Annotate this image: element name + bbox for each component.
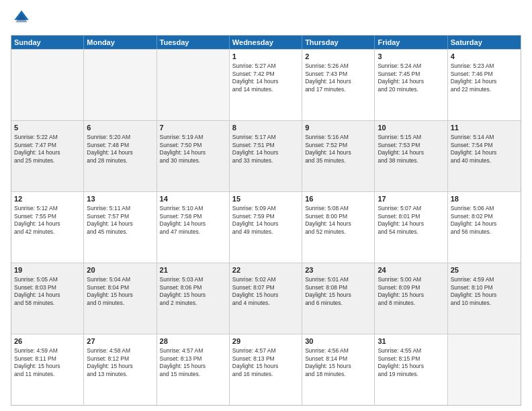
day-number: 11 xyxy=(451,123,518,132)
logo xyxy=(11,8,35,30)
calendar-cell: 23Sunrise: 5:01 AM Sunset: 8:08 PM Dayli… xyxy=(302,263,375,334)
cell-text: Sunrise: 5:24 AM Sunset: 7:45 PM Dayligh… xyxy=(378,62,444,93)
calendar-cell: 22Sunrise: 5:02 AM Sunset: 8:07 PM Dayli… xyxy=(230,263,302,334)
weekday-header: Sunday xyxy=(11,36,84,49)
day-number: 7 xyxy=(160,123,226,132)
cell-text: Sunrise: 5:26 AM Sunset: 7:43 PM Dayligh… xyxy=(305,62,371,93)
day-number: 27 xyxy=(87,336,153,346)
calendar-cell: 9Sunrise: 5:16 AM Sunset: 7:52 PM Daylig… xyxy=(302,121,375,191)
day-number: 12 xyxy=(14,194,81,203)
calendar-cell: 17Sunrise: 5:07 AM Sunset: 8:01 PM Dayli… xyxy=(375,192,447,263)
calendar-cell xyxy=(448,334,521,405)
calendar-cell: 16Sunrise: 5:08 AM Sunset: 8:00 PM Dayli… xyxy=(302,192,375,263)
calendar-cell: 4Sunrise: 5:23 AM Sunset: 7:46 PM Daylig… xyxy=(448,50,521,120)
calendar-cell: 21Sunrise: 5:03 AM Sunset: 8:06 PM Dayli… xyxy=(157,263,230,334)
day-number: 4 xyxy=(451,52,518,61)
calendar-header: SundayMondayTuesdayWednesdayThursdayFrid… xyxy=(11,36,521,49)
calendar-cell: 1Sunrise: 5:27 AM Sunset: 7:42 PM Daylig… xyxy=(230,50,302,120)
cell-text: Sunrise: 5:04 AM Sunset: 8:04 PM Dayligh… xyxy=(87,276,153,307)
day-number: 6 xyxy=(87,123,153,132)
cell-text: Sunrise: 4:59 AM Sunset: 8:11 PM Dayligh… xyxy=(14,347,81,378)
day-number: 31 xyxy=(378,336,444,346)
cell-text: Sunrise: 5:03 AM Sunset: 8:06 PM Dayligh… xyxy=(160,276,226,307)
day-number: 21 xyxy=(160,265,226,275)
header xyxy=(11,8,521,30)
cell-text: Sunrise: 4:57 AM Sunset: 8:13 PM Dayligh… xyxy=(160,347,226,378)
calendar-cell: 20Sunrise: 5:04 AM Sunset: 8:04 PM Dayli… xyxy=(84,263,157,334)
calendar-cell: 25Sunrise: 4:59 AM Sunset: 8:10 PM Dayli… xyxy=(448,263,521,334)
cell-text: Sunrise: 5:15 AM Sunset: 7:53 PM Dayligh… xyxy=(378,134,444,165)
calendar-cell: 11Sunrise: 5:14 AM Sunset: 7:54 PM Dayli… xyxy=(448,121,521,191)
calendar: SundayMondayTuesdayWednesdayThursdayFrid… xyxy=(11,35,521,406)
calendar-row: 1Sunrise: 5:27 AM Sunset: 7:42 PM Daylig… xyxy=(11,49,521,120)
day-number: 29 xyxy=(232,336,299,346)
calendar-cell: 2Sunrise: 5:26 AM Sunset: 7:43 PM Daylig… xyxy=(302,50,375,120)
calendar-cell: 13Sunrise: 5:11 AM Sunset: 7:57 PM Dayli… xyxy=(84,192,157,263)
cell-text: Sunrise: 5:00 AM Sunset: 8:09 PM Dayligh… xyxy=(378,276,444,307)
day-number: 17 xyxy=(378,194,444,203)
day-number: 23 xyxy=(305,265,371,275)
day-number: 3 xyxy=(378,52,444,61)
day-number: 13 xyxy=(87,194,153,203)
calendar-cell xyxy=(157,50,230,120)
day-number: 15 xyxy=(232,194,299,203)
cell-text: Sunrise: 5:20 AM Sunset: 7:48 PM Dayligh… xyxy=(87,134,153,165)
cell-text: Sunrise: 5:11 AM Sunset: 7:57 PM Dayligh… xyxy=(87,205,153,236)
day-number: 20 xyxy=(87,265,153,275)
day-number: 2 xyxy=(305,52,371,61)
calendar-cell: 26Sunrise: 4:59 AM Sunset: 8:11 PM Dayli… xyxy=(11,334,84,405)
day-number: 8 xyxy=(232,123,299,132)
cell-text: Sunrise: 5:09 AM Sunset: 7:59 PM Dayligh… xyxy=(232,205,299,236)
cell-text: Sunrise: 5:14 AM Sunset: 7:54 PM Dayligh… xyxy=(451,134,518,165)
calendar-cell xyxy=(84,50,157,120)
cell-text: Sunrise: 4:59 AM Sunset: 8:10 PM Dayligh… xyxy=(451,276,518,307)
day-number: 9 xyxy=(305,123,371,132)
weekday-header: Thursday xyxy=(302,36,375,49)
calendar-cell: 8Sunrise: 5:17 AM Sunset: 7:51 PM Daylig… xyxy=(230,121,302,191)
day-number: 22 xyxy=(232,265,299,275)
cell-text: Sunrise: 4:55 AM Sunset: 8:15 PM Dayligh… xyxy=(378,347,444,378)
day-number: 24 xyxy=(378,265,444,275)
page: SundayMondayTuesdayWednesdayThursdayFrid… xyxy=(0,0,532,411)
calendar-cell: 18Sunrise: 5:06 AM Sunset: 8:02 PM Dayli… xyxy=(448,192,521,263)
day-number: 16 xyxy=(305,194,371,203)
day-number: 1 xyxy=(232,52,299,61)
day-number: 19 xyxy=(14,265,81,275)
calendar-cell: 29Sunrise: 4:57 AM Sunset: 8:13 PM Dayli… xyxy=(230,334,302,405)
calendar-cell: 6Sunrise: 5:20 AM Sunset: 7:48 PM Daylig… xyxy=(84,121,157,191)
day-number: 10 xyxy=(378,123,444,132)
calendar-cell: 10Sunrise: 5:15 AM Sunset: 7:53 PM Dayli… xyxy=(375,121,447,191)
weekday-header: Monday xyxy=(84,36,157,49)
day-number: 5 xyxy=(14,123,81,132)
cell-text: Sunrise: 5:05 AM Sunset: 8:03 PM Dayligh… xyxy=(14,276,81,307)
calendar-cell: 31Sunrise: 4:55 AM Sunset: 8:15 PM Dayli… xyxy=(375,334,447,405)
cell-text: Sunrise: 5:16 AM Sunset: 7:52 PM Dayligh… xyxy=(305,134,371,165)
calendar-cell: 27Sunrise: 4:58 AM Sunset: 8:12 PM Dayli… xyxy=(84,334,157,405)
cell-text: Sunrise: 5:01 AM Sunset: 8:08 PM Dayligh… xyxy=(305,276,371,307)
day-number: 25 xyxy=(451,265,518,275)
calendar-row: 5Sunrise: 5:22 AM Sunset: 7:47 PM Daylig… xyxy=(11,120,521,191)
cell-text: Sunrise: 5:23 AM Sunset: 7:46 PM Dayligh… xyxy=(451,62,518,93)
calendar-cell: 24Sunrise: 5:00 AM Sunset: 8:09 PM Dayli… xyxy=(375,263,447,334)
day-number: 26 xyxy=(14,336,81,346)
calendar-cell: 14Sunrise: 5:10 AM Sunset: 7:58 PM Dayli… xyxy=(157,192,230,263)
calendar-cell: 3Sunrise: 5:24 AM Sunset: 7:45 PM Daylig… xyxy=(375,50,447,120)
calendar-row: 26Sunrise: 4:59 AM Sunset: 8:11 PM Dayli… xyxy=(11,334,521,405)
cell-text: Sunrise: 5:22 AM Sunset: 7:47 PM Dayligh… xyxy=(14,134,81,165)
calendar-cell: 19Sunrise: 5:05 AM Sunset: 8:03 PM Dayli… xyxy=(11,263,84,334)
weekday-header: Saturday xyxy=(448,36,521,49)
cell-text: Sunrise: 5:07 AM Sunset: 8:01 PM Dayligh… xyxy=(378,205,444,236)
weekday-header: Tuesday xyxy=(157,36,230,49)
day-number: 30 xyxy=(305,336,371,346)
cell-text: Sunrise: 5:27 AM Sunset: 7:42 PM Dayligh… xyxy=(232,62,299,93)
calendar-cell xyxy=(11,50,84,120)
calendar-cell: 7Sunrise: 5:19 AM Sunset: 7:50 PM Daylig… xyxy=(157,121,230,191)
calendar-body: 1Sunrise: 5:27 AM Sunset: 7:42 PM Daylig… xyxy=(11,49,521,405)
cell-text: Sunrise: 5:08 AM Sunset: 8:00 PM Dayligh… xyxy=(305,205,371,236)
cell-text: Sunrise: 4:58 AM Sunset: 8:12 PM Dayligh… xyxy=(87,347,153,378)
calendar-cell: 28Sunrise: 4:57 AM Sunset: 8:13 PM Dayli… xyxy=(157,334,230,405)
logo-icon xyxy=(11,8,32,30)
day-number: 18 xyxy=(451,194,518,203)
calendar-cell: 15Sunrise: 5:09 AM Sunset: 7:59 PM Dayli… xyxy=(230,192,302,263)
calendar-row: 12Sunrise: 5:12 AM Sunset: 7:55 PM Dayli… xyxy=(11,191,521,263)
